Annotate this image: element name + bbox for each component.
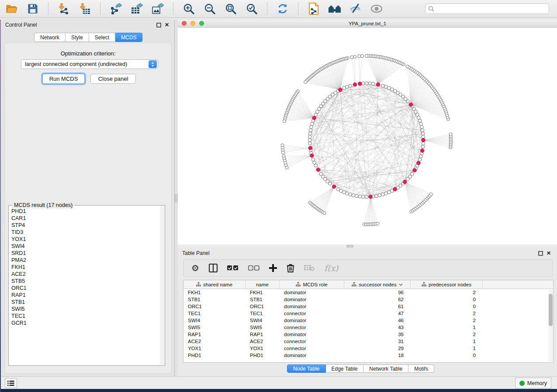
tab-network[interactable]: Network: [34, 33, 66, 42]
table-cell[interactable]: 0: [411, 352, 483, 359]
vertical-splitter[interactable]: [175, 20, 178, 376]
table-cell[interactable]: SWI4: [246, 317, 280, 324]
table-cell[interactable]: connector: [280, 310, 344, 317]
search-network-icon[interactable]: [327, 2, 342, 16]
table-cell[interactable]: 29: [344, 345, 411, 352]
mcds-node-item[interactable]: GCR1: [11, 320, 159, 327]
open-file-icon[interactable]: [4, 2, 19, 16]
table-cell[interactable]: 31: [344, 338, 411, 345]
column-header[interactable]: successor nodes: [344, 280, 411, 289]
close-panel-icon[interactable]: ✕: [547, 251, 551, 256]
task-history-button[interactable]: [5, 378, 17, 388]
table-row[interactable]: ACE2ACE2connector311: [183, 338, 553, 345]
mcds-node-item[interactable]: TEC1: [11, 313, 159, 320]
table-cell[interactable]: 1: [411, 345, 483, 352]
zoom-in-icon[interactable]: [181, 2, 196, 16]
table-cell[interactable]: 1: [411, 324, 483, 331]
table-cell[interactable]: TEC1: [246, 310, 280, 317]
table-cell[interactable]: 2: [411, 289, 483, 296]
mcds-node-item[interactable]: TID3: [11, 229, 159, 236]
import-table-icon[interactable]: [77, 2, 92, 16]
table-cell[interactable]: YOX1: [183, 345, 246, 352]
column-header[interactable]: MCDS role: [280, 280, 344, 289]
table-cell[interactable]: connector: [280, 338, 344, 345]
table-row[interactable]: SWI5SWI5connector431: [183, 324, 553, 331]
table-cell[interactable]: ACE2: [183, 338, 246, 345]
table-cell[interactable]: PHD1: [246, 352, 280, 359]
mcds-node-item[interactable]: RAP1: [11, 292, 159, 299]
mcds-node-item[interactable]: YOX1: [11, 236, 159, 243]
tab-edge-table[interactable]: Edge Table: [326, 364, 364, 373]
network-window-titlebar[interactable]: YPA_prune.txt_1: [178, 20, 557, 28]
table-cell[interactable]: YOX1: [246, 345, 280, 352]
tab-select[interactable]: Select: [89, 33, 115, 42]
show-all-icon[interactable]: [369, 2, 384, 16]
table-cell[interactable]: ORC1: [246, 303, 280, 310]
horizontal-splitter[interactable]: [178, 244, 557, 248]
mcds-node-item[interactable]: ORC1: [11, 285, 159, 292]
table-cell[interactable]: 96: [344, 289, 411, 296]
export-network-icon[interactable]: [108, 2, 123, 16]
zoom-out-icon[interactable]: [202, 2, 217, 16]
table-cell[interactable]: dominator: [280, 331, 344, 338]
select-all-icon[interactable]: [227, 265, 239, 271]
save-icon[interactable]: [25, 2, 40, 16]
table-cell[interactable]: 62: [344, 296, 411, 303]
table-cell[interactable]: dominator: [280, 289, 344, 296]
float-window-icon[interactable]: [538, 251, 543, 256]
mcds-node-item[interactable]: STP4: [11, 222, 159, 229]
table-cell[interactable]: STB1: [183, 296, 246, 303]
table-cell[interactable]: 61: [344, 303, 411, 310]
function-builder-icon[interactable]: f(x): [324, 263, 339, 273]
memory-button[interactable]: Memory: [515, 378, 551, 389]
table-cell[interactable]: ORC1: [183, 303, 246, 310]
network-file-icon[interactable]: [306, 2, 321, 16]
table-cell[interactable]: FKH1: [246, 289, 280, 296]
float-window-icon[interactable]: [156, 23, 161, 28]
table-row[interactable]: PHD1PHD1dominator180: [183, 352, 553, 359]
column-header[interactable]: shared name: [183, 280, 246, 289]
mcds-node-item[interactable]: SWI5: [11, 306, 159, 313]
table-row[interactable]: YOX1YOX1connector291: [183, 345, 553, 352]
table-cell[interactable]: RAP1: [183, 331, 246, 338]
column-header[interactable]: predecessor nodes: [411, 280, 483, 289]
column-header[interactable]: name: [246, 280, 280, 289]
close-panel-button[interactable]: Close panel: [90, 74, 136, 84]
mcds-node-item[interactable]: SWI4: [11, 243, 159, 250]
zoom-selected-icon[interactable]: [244, 2, 259, 16]
table-cell[interactable]: dominator: [280, 317, 344, 324]
table-cell[interactable]: ACE2: [246, 338, 280, 345]
table-row[interactable]: FKH1FKH1dominator962: [183, 289, 553, 296]
mcds-node-item[interactable]: PMA2: [11, 257, 159, 264]
delete-table-icon[interactable]: [304, 265, 315, 272]
table-cell[interactable]: dominator: [280, 303, 344, 310]
table-cell[interactable]: 2: [411, 310, 483, 317]
table-row[interactable]: ORC1ORC1dominator610: [183, 303, 553, 310]
network-canvas[interactable]: [178, 28, 557, 244]
tab-motifs[interactable]: Motifs: [408, 364, 434, 373]
table-cell[interactable]: 0: [411, 303, 483, 310]
table-cell[interactable]: RAP1: [246, 331, 280, 338]
export-table-icon[interactable]: [129, 2, 144, 16]
table-cell[interactable]: dominator: [280, 296, 344, 303]
refresh-icon[interactable]: [275, 2, 290, 16]
table-cell[interactable]: 2: [411, 317, 483, 324]
tab-network-table[interactable]: Network Table: [363, 364, 408, 373]
table-cell[interactable]: 47: [344, 310, 411, 317]
mcds-list-scrollbar[interactable]: [160, 206, 164, 365]
table-cell[interactable]: 0: [411, 296, 483, 303]
add-column-icon[interactable]: [269, 264, 277, 272]
table-scrollbar-thumb[interactable]: [549, 294, 553, 326]
table-cell[interactable]: 46: [344, 317, 411, 324]
tab-style[interactable]: Style: [66, 33, 89, 42]
table-row[interactable]: SWI4SWI4dominator462: [183, 317, 553, 324]
close-panel-icon[interactable]: ✕: [165, 22, 169, 28]
deselect-all-icon[interactable]: [248, 265, 259, 271]
mcds-node-item[interactable]: STB1: [11, 299, 159, 306]
table-cell[interactable]: SWI4: [183, 317, 246, 324]
table-row[interactable]: RAP1RAP1dominator352: [183, 331, 553, 338]
tab-mcds[interactable]: MCDS: [115, 33, 142, 42]
table-cell[interactable]: dominator: [280, 352, 344, 359]
hide-selected-icon[interactable]: [348, 2, 363, 16]
run-mcds-button[interactable]: Run MCDS: [42, 74, 85, 84]
